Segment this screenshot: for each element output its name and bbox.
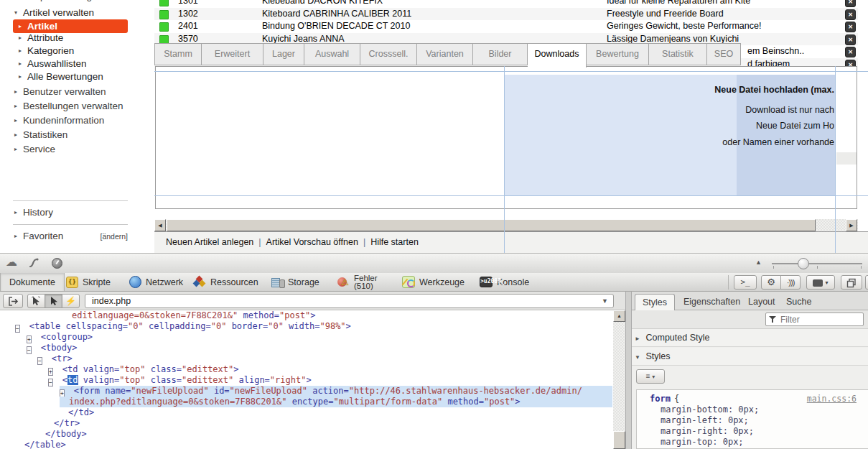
product-row[interactable]: 1301Klebeband DACRON KITEFIXIdeal für kl… [154, 0, 858, 8]
tab-eigenschaften[interactable]: Eigenschaften [676, 294, 747, 310]
scroll-thumb[interactable] [613, 431, 625, 449]
css-property-row[interactable]: margin-bottom: 0px; [661, 404, 868, 415]
detach-button[interactable] [841, 275, 862, 290]
product-row[interactable]: 2401Bindung O'BRIEN DECADE CT 2010Gering… [154, 20, 858, 33]
code-v-scrollbar[interactable]: ▲ [613, 310, 625, 449]
tab-styles[interactable]: Styles [635, 294, 675, 310]
action-link-neuen-artikel-anlegen[interactable]: Neuen Artikel anlegen [166, 237, 253, 247]
tab-auswahl[interactable]: Auswahl [304, 43, 360, 65]
tab-bewertung[interactable]: Bewertung [587, 43, 649, 65]
close-devtools-button[interactable]: › [865, 275, 868, 290]
sidebar-item-attribute[interactable]: ▸Attribute [0, 32, 144, 44]
row-close-button[interactable]: ✕ [845, 22, 856, 32]
turbo-icon[interactable] [52, 258, 62, 269]
sidebar-item-statistiken[interactable]: ▸Statistiken [0, 129, 144, 141]
devtools-tab-netzwerk[interactable]: Netzwerk [121, 273, 192, 291]
devtools-tab-konsole[interactable]: Konsole [471, 273, 538, 291]
code-line[interactable]: index.php?editlanguage=0&stoken=7F88C201… [0, 397, 613, 407]
tab-crosssell[interactable]: Crosssell. [360, 43, 417, 65]
styles-section[interactable]: ▼ Styles [632, 348, 868, 366]
tab-statistik[interactable]: Statistik [649, 43, 707, 65]
code-line[interactable]: </tr> [0, 418, 613, 429]
action-link-artikel-vorschau-ffnen[interactable]: Artikel Vorschau öffnen [266, 237, 358, 247]
tab-lager[interactable]: Lager [263, 43, 304, 65]
sidebar-item-kategorien[interactable]: ▸Kategorien [0, 45, 144, 57]
panel-divider[interactable] [625, 292, 632, 449]
code-line[interactable]: </tbody> [0, 429, 613, 440]
devtools-tab-dokumente[interactable]: Dokumente [0, 273, 65, 291]
sidebar-group-artikel-verwalten[interactable]: ▾ Artikel verwalten [0, 7, 144, 19]
content-h-scrollbar[interactable]: ◀ ▶ [154, 219, 858, 231]
code-line[interactable]: </td> [0, 407, 613, 418]
code-text: <tr> [52, 353, 73, 364]
code-line[interactable]: +<colgroup> [0, 332, 613, 343]
sidebar-item-artikel[interactable]: ▸Artikel [13, 19, 128, 33]
filter-input[interactable] [765, 313, 864, 326]
computed-style-section[interactable]: ► Computed Style [632, 329, 868, 347]
remote-debug-button[interactable]: ·))) [780, 275, 801, 290]
sidebar-item-bestellungen-verwalten[interactable]: ▸Bestellungen verwalten [0, 101, 144, 112]
code-line[interactable]: −<table cellspacing="0" cellpadding="0" … [0, 321, 613, 332]
product-row[interactable]: 1302Kiteboard CABRINHA CALIBER 2011Frees… [154, 8, 858, 21]
tab-downloads[interactable]: Downloads [528, 43, 587, 68]
code-line[interactable]: </table> [0, 440, 613, 449]
detach-icon [846, 278, 857, 288]
action-link-hilfe-starten[interactable]: Hilfe starten [370, 237, 419, 247]
tab-suche[interactable]: Suche [779, 294, 818, 310]
zoom-slider[interactable] [772, 263, 862, 264]
document-selector[interactable]: index.php ▼ [85, 294, 614, 308]
sidebar-item-service[interactable]: ▸Service [0, 144, 144, 155]
css-property-row[interactable]: margin-right: 0px; [661, 426, 868, 437]
sidebar-item-alle-bewertungen[interactable]: ▸Alle Bewertungen [0, 71, 144, 83]
gesture-icon[interactable] [29, 257, 40, 269]
row-close-button[interactable]: ✕ [845, 0, 856, 7]
sidebar-item-kundeninformation[interactable]: ▸Kundeninformation [0, 115, 144, 126]
panel-up-arrow[interactable]: ▲ [755, 259, 762, 266]
favorites-edit-link[interactable]: [ändern] [100, 231, 128, 242]
code-line[interactable]: +<form name="newFileUpload" id="newFileU… [0, 386, 613, 397]
tab-seo[interactable]: SEO [707, 43, 741, 65]
devtools-tab-skripte[interactable]: Skripte [57, 273, 119, 291]
tab-varianten[interactable]: Varianten [417, 43, 473, 65]
cloud-sync-icon[interactable]: ☁ [6, 255, 17, 269]
code-line[interactable]: +<td valign="top" class="edittext"> [0, 364, 613, 375]
devtools-tab-fehler[interactable]: Fehler (510) [329, 273, 386, 291]
tab-erweitert[interactable]: Erweitert [202, 43, 263, 65]
css-source-link[interactable]: main.css:6 [807, 393, 857, 404]
row-close-button[interactable]: ✕ [845, 9, 856, 20]
code-line[interactable]: −<tbody> [0, 343, 613, 353]
console-popup-button[interactable]: >_ [734, 275, 757, 290]
settings-button[interactable]: ⚙ [761, 275, 781, 290]
devtools-tab-storage[interactable]: Storage [263, 273, 328, 291]
css-rule[interactable]: form{ main.css:6 margin-bottom: 0px;marg… [636, 389, 868, 449]
devtools-tab-ressourcen[interactable]: Ressourcen [185, 273, 267, 291]
code-panel[interactable]: editlanguage=0&stoken=7F88C201&" method=… [0, 310, 613, 449]
row-close-button[interactable]: ✕ [845, 34, 856, 45]
tab-stamm[interactable]: Stamm [154, 43, 202, 65]
window-select-button[interactable]: ▾ [806, 275, 835, 290]
tab-bilder[interactable]: Bilder [473, 43, 528, 65]
style-list-mode-button[interactable]: ≡ ▾ [636, 369, 665, 384]
code-line[interactable]: −<td valign="top" class="edittext" align… [0, 375, 613, 386]
css-property-row[interactable]: margin-left: 0px; [661, 415, 868, 426]
code-line[interactable]: −<tr> [0, 353, 613, 364]
scroll-thumb[interactable] [167, 219, 816, 231]
scroll-right-button[interactable]: ▶ [846, 219, 857, 231]
sidebar-item-auswahllisten[interactable]: ▸Auswahllisten [0, 58, 144, 70]
row-close-button[interactable]: ✕ [845, 47, 856, 57]
zoom-slider-knob[interactable] [798, 258, 809, 269]
css-property-row[interactable]: margin-top: 0px; [661, 437, 868, 448]
sidebar-item-benutzer-verwalten[interactable]: ▸Benutzer verwalten [0, 86, 144, 98]
sidebar-item-shopeinstellungen[interactable]: ▸ Shopeinstellungen [0, 0, 144, 2]
inspect-element-button[interactable] [27, 294, 45, 308]
highlight-toggle-button[interactable]: ⚡ [62, 294, 80, 308]
scroll-left-button[interactable]: ◀ [154, 219, 166, 231]
sidebar-item-favoriten[interactable]: ▸ Favoriten [ändern] [0, 231, 144, 242]
devtools-tab-werkzeuge[interactable]: Werkzeuge [393, 273, 473, 291]
scroll-up-button[interactable]: ▲ [613, 310, 625, 322]
code-line[interactable]: editlanguage=0&stoken=7F88C201&" method=… [0, 310, 613, 321]
sidebar-item-history[interactable]: ▸ History [0, 207, 144, 218]
export-button[interactable] [3, 294, 23, 308]
select-element-button[interactable] [45, 294, 62, 308]
tab-layout[interactable]: Layout [741, 294, 783, 310]
